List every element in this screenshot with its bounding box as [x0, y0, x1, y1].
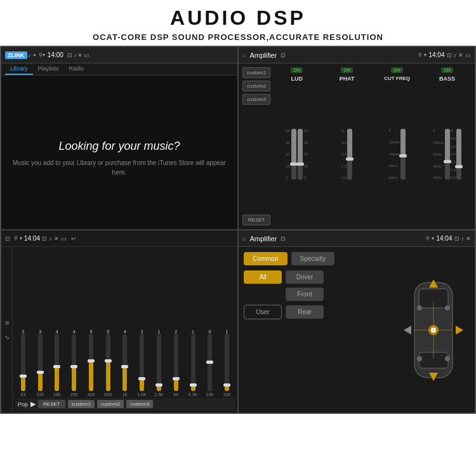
- bass-slider-1[interactable]: [445, 129, 450, 180]
- band-2_5k-track[interactable]: [157, 334, 161, 391]
- band-630: 5 630: [100, 329, 116, 397]
- phat-toggle[interactable]: ON: [341, 67, 353, 73]
- speaker-home-icon: ⌂: [242, 236, 246, 242]
- band-1_6k-track[interactable]: [140, 334, 144, 391]
- band-160-value: 4: [56, 329, 58, 334]
- eq-back-icon[interactable]: ↩: [71, 236, 76, 242]
- lud-fill-2: [298, 129, 303, 164]
- speaker-top-bar: ⌂ Amplifier ⊡ ⚲ ▾ 14:04 ⊡ ♪ ✕: [239, 230, 475, 247]
- tab-playlists[interactable]: Playlists: [33, 63, 64, 75]
- eq-custom2-btn[interactable]: custom2: [97, 400, 124, 408]
- library-heading: Looking for your music?: [58, 140, 180, 153]
- preset-custom2[interactable]: custom2: [242, 81, 270, 91]
- dot-icon: ●: [33, 52, 36, 58]
- eq-x-icon: ✕: [54, 236, 59, 242]
- band-1k-fill: [122, 367, 127, 391]
- eq-reset-btn[interactable]: RESET: [38, 400, 65, 408]
- band-1k-track[interactable]: [122, 334, 127, 391]
- btn-user[interactable]: User: [244, 305, 282, 319]
- speaker-row-2: Front: [244, 288, 387, 301]
- eq-loc-icon: ⚲: [14, 236, 18, 241]
- btn-driver[interactable]: Driver: [286, 270, 324, 284]
- phat-slider[interactable]: [347, 129, 352, 180]
- band-63-track[interactable]: [21, 334, 25, 391]
- screens-grid: ZLINK ♪ ● ⚲ ▾ 14:00 ⊡ ♪ ✕ ▭ Library Play…: [0, 46, 476, 414]
- speaker-tabs: Common Specialty: [244, 252, 387, 265]
- amp-rect-icon: ▭: [465, 52, 471, 58]
- svg-marker-6: [456, 326, 463, 335]
- band-100-track[interactable]: [38, 334, 43, 391]
- band-160: 4 160: [50, 329, 65, 397]
- cutfreq-slider[interactable]: [400, 129, 406, 180]
- x-icon: ✕: [77, 52, 83, 58]
- phat-scale: G 3.0 2.1 1.3 0.5: [341, 129, 347, 180]
- eq-phat: ON PHAT G 3.0 2.1 1.3 0.5: [323, 67, 371, 225]
- band-6_3k-track[interactable]: [191, 334, 195, 391]
- bass-label: BASS: [439, 76, 455, 82]
- bass-scale-f: F 100Hz 90Hz 80Hz 60Hz: [433, 129, 444, 180]
- library-body: Music you add to your Library or purchas…: [8, 158, 231, 177]
- band-4k-value: 2: [175, 329, 177, 334]
- lud-toggle[interactable]: ON: [291, 67, 303, 73]
- eq-vol-icon: ♪: [49, 236, 52, 242]
- phat-sliders: G 3.0 2.1 1.3 0.5: [341, 83, 352, 225]
- speaker-wifi-icon: ▾: [432, 236, 434, 241]
- eq-bands-area: 2 63 3: [13, 247, 237, 413]
- svg-point-11: [417, 356, 422, 361]
- band-63-thumb: [20, 375, 27, 378]
- btn-rear[interactable]: Rear: [286, 305, 324, 319]
- band-63-value: 2: [22, 329, 24, 334]
- cutfreq-sliders: F 120Hz 100Hz 80Hz 60Hz: [388, 83, 405, 225]
- lud-scale-right: 64 48 32 16 0: [304, 129, 308, 180]
- eq-custom1-btn[interactable]: custom1: [68, 400, 95, 408]
- band-1_6k-fill: [140, 379, 144, 391]
- band-16k-track[interactable]: [225, 334, 229, 391]
- band-63-fill: [21, 377, 25, 392]
- speaker-x-icon: ✕: [466, 236, 471, 242]
- band-6_3k-value: 1: [192, 329, 194, 334]
- eq-bottom-bar: Pop ▶ RESET custom1 custom2 custom3: [15, 398, 235, 410]
- side-wave2-icon[interactable]: ∿: [3, 334, 11, 341]
- bass-slider-2[interactable]: [456, 129, 461, 180]
- btn-front[interactable]: Front: [286, 288, 324, 301]
- cutfreq-toggle[interactable]: ON: [391, 67, 403, 73]
- band-1k: 4 1K: [117, 329, 133, 397]
- band-4k: 2 4K: [168, 329, 184, 397]
- wifi-icon: ▾: [43, 52, 45, 58]
- preset-reset[interactable]: RESET: [242, 215, 270, 225]
- band-2_5k-label: 2.5K: [154, 392, 163, 397]
- car-diagram-svg: [399, 276, 468, 384]
- band-250-track[interactable]: [72, 334, 76, 391]
- bass-toggle[interactable]: ON: [441, 67, 453, 73]
- band-160-track[interactable]: [55, 334, 59, 391]
- eq-lud: ON LUD 64 48 32 16 0: [273, 67, 321, 225]
- bass-fill-2: [456, 129, 461, 167]
- band-400-value: 5: [89, 329, 92, 334]
- tab-common[interactable]: Common: [244, 252, 288, 265]
- eq-play-btn[interactable]: ▶: [30, 400, 36, 408]
- band-250-value: 4: [73, 329, 76, 334]
- lud-slider-1[interactable]: [291, 129, 296, 180]
- cutfreq-label: CUT FREQ: [384, 76, 410, 81]
- preset-custom3[interactable]: custom3: [242, 94, 270, 105]
- speaker-row-3: User Rear: [244, 305, 387, 319]
- tab-radio[interactable]: Radio: [64, 63, 89, 75]
- amp-x-icon: ✕: [458, 52, 463, 58]
- btn-all[interactable]: All: [244, 270, 282, 284]
- band-2_5k-thumb: [155, 383, 162, 387]
- screen-library: ZLINK ♪ ● ⚲ ▾ 14:00 ⊡ ♪ ✕ ▭ Library Play…: [1, 46, 238, 230]
- preset-custom1[interactable]: custom1: [242, 67, 270, 78]
- band-630-track[interactable]: [106, 334, 110, 391]
- bass-thumb-2: [455, 165, 463, 168]
- band-16k: 1 16K: [219, 329, 235, 397]
- band-10k-thumb: [206, 361, 213, 364]
- band-400-track[interactable]: [89, 334, 93, 391]
- eq-custom3-btn[interactable]: custom3: [126, 400, 153, 408]
- tab-specialty[interactable]: Specialty: [291, 252, 335, 265]
- band-4k-track[interactable]: [174, 334, 178, 391]
- band-400: 5 400: [83, 329, 99, 397]
- band-10k-track[interactable]: [208, 334, 212, 391]
- side-wave-icon[interactable]: ≋: [3, 319, 11, 326]
- lud-slider-2[interactable]: [298, 129, 303, 180]
- tab-library[interactable]: Library: [5, 63, 33, 75]
